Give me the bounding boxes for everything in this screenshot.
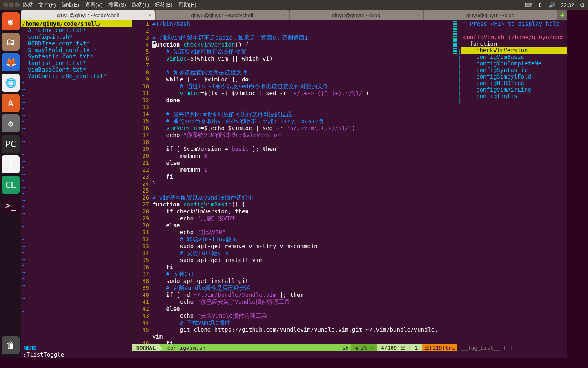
- code-line[interactable]: # 安装full版vim: [152, 250, 453, 257]
- launcher-app[interactable]: ◉: [2, 12, 20, 30]
- nerdtree-file[interactable]: YouCompleteMe_conf.txt*: [21, 73, 132, 79]
- taglist-tag[interactable]: configTaglist: [461, 93, 567, 99]
- taglist-section[interactable]: function: [461, 40, 567, 47]
- code-line[interactable]: echo "升级VIM": [152, 229, 453, 236]
- nerdtree-file[interactable]: NERDTree_conf.txt*: [21, 40, 132, 47]
- fold-mark[interactable]: |: [457, 69, 461, 76]
- nerdtree-path[interactable]: /home/qiuyu/code/shell/: [21, 20, 132, 27]
- close-icon[interactable]: ×: [282, 12, 285, 18]
- code-line[interactable]: if checkVimVersion; then: [152, 208, 453, 215]
- fold-mark[interactable]: |: [457, 55, 461, 62]
- fold-mark[interactable]: |: [457, 62, 461, 69]
- close-icon[interactable]: ×: [148, 12, 151, 18]
- code-line[interactable]: while [ -L $vimLoc ]; do: [152, 76, 453, 83]
- nerdtree-file[interactable]: SimpylFold_conf.txt*: [21, 47, 132, 53]
- code-line[interactable]: # 如果该位置的文件是链接文件: [152, 69, 453, 76]
- editor-pane[interactable]: 1234567891011121314151617181920212223242…: [132, 20, 457, 344]
- code-line[interactable]: done: [152, 97, 453, 104]
- max-icon[interactable]: [15, 2, 20, 7]
- code-line[interactable]: echo "安装Vundle插件管理工具": [152, 312, 453, 319]
- nerdtree-file[interactable]: vimBasicConf.txt*: [21, 66, 132, 73]
- nerdtree-file[interactable]: Taglist_conf.txt*: [21, 60, 132, 66]
- nerdtree-file[interactable]: Syntastic_conf.txt*: [21, 53, 132, 60]
- taglist-tag[interactable]: configYouCompleteMe: [461, 60, 567, 67]
- fold-mark[interactable]: |: [457, 83, 461, 90]
- code-line[interactable]: # 下载vundle插件: [152, 319, 453, 326]
- fold-mark[interactable]: -: [457, 41, 461, 48]
- code-line[interactable]: echo "你已经安装了Vundle插件管理工具": [152, 298, 453, 305]
- menu-item[interactable]: 标签(B): [155, 1, 172, 9]
- taglist-filehead[interactable]: configVim.sh (/home/qiuyu/cod: [461, 34, 567, 40]
- new-tab-button[interactable]: +: [558, 10, 567, 20]
- launcher-app[interactable]: ⚙: [2, 114, 20, 132]
- code-line[interactable]: # 最终得到vim命令对应的可执行文件对应的位置，: [152, 111, 453, 118]
- menu-item[interactable]: 搜索(S): [108, 1, 126, 9]
- nerdtree-file[interactable]: configVim.sh*: [21, 34, 132, 40]
- close-icon[interactable]: [3, 2, 8, 7]
- fold-mark[interactable]: |: [457, 90, 461, 97]
- code-line[interactable]: # 卸载vim-tiny版本: [152, 236, 453, 243]
- terminal-tab[interactable]: qiuyu@qiuyu: ~/code/shell×: [21, 10, 155, 20]
- gear-icon[interactable]: ⚙: [580, 2, 585, 8]
- code-body[interactable]: #!/bin/bash# 判断Vim的版本是不是basic，如果是，返回0；否则…: [152, 20, 453, 344]
- code-line[interactable]: else: [152, 222, 453, 229]
- code-line[interactable]: #!/bin/bash: [152, 20, 453, 27]
- code-line[interactable]: sudo apt-get install git: [152, 278, 453, 285]
- close-icon[interactable]: ×: [416, 12, 420, 18]
- close-icon[interactable]: ×: [550, 12, 554, 18]
- code-line[interactable]: if [ -d ~/.vim/bundle/Vundle.vim ]; then: [152, 292, 453, 298]
- fold-mark[interactable]: [457, 27, 461, 34]
- code-line[interactable]: vimLoc=$(which vim || which vi): [152, 55, 453, 62]
- code-line[interactable]: return 0: [152, 153, 453, 159]
- menu-item[interactable]: 编辑(E): [62, 1, 79, 9]
- code-line[interactable]: [152, 139, 453, 146]
- trash-icon[interactable]: 🗑: [2, 336, 20, 354]
- launcher-app[interactable]: T: [2, 155, 20, 173]
- taglist-tag[interactable]: configSyntastic: [461, 67, 567, 73]
- taglist-tag[interactable]: checkVimVersion: [461, 47, 567, 54]
- menu-items[interactable]: 文件(F)编辑(E)查看(V)搜索(S)终端(T)标签(B)帮助(H): [38, 1, 196, 9]
- terminal-tab[interactable]: qiuyu@qiuyu: ~/code/shell×: [156, 10, 289, 20]
- code-line[interactable]: vimLoc=$(ls -l $vimLoc | sed -r 's/.+-> …: [152, 90, 453, 97]
- fold-mark[interactable]: -: [457, 34, 461, 41]
- code-line[interactable]: [152, 62, 453, 69]
- fold-mark[interactable]: [457, 20, 461, 27]
- code-line[interactable]: function checkVimVersion() {: [152, 41, 453, 48]
- vim-commandline[interactable]: :TlistToggle: [21, 351, 567, 358]
- taglist-tag[interactable]: configNERDTree: [461, 80, 567, 86]
- code-line[interactable]: fi: [152, 264, 453, 271]
- window-controls[interactable]: [3, 2, 20, 7]
- taglist-tag[interactable]: configVimBasic: [461, 54, 567, 60]
- menu-item[interactable]: 帮助(H): [178, 1, 196, 9]
- nerdtree-pane[interactable]: /home/qiuyu/code/shell/ AirLine_conf.txt…: [21, 20, 132, 344]
- code-line[interactable]: git clone https://github.com/VundleVim/V…: [152, 326, 453, 333]
- keyboard-icon[interactable]: ⌨: [525, 2, 532, 8]
- sound-icon[interactable]: 🔊: [548, 2, 555, 8]
- code-line[interactable]: # 先获取vim可执行命令的位置: [152, 48, 453, 55]
- code-line[interactable]: fi: [152, 173, 453, 180]
- launcher-app[interactable]: 🗂: [2, 33, 20, 51]
- code-line[interactable]: # 通过ls -l命令以及sed命令取出该链接文件对应的文件: [152, 83, 453, 90]
- menu-item[interactable]: 文件(F): [38, 1, 56, 9]
- code-line[interactable]: if [ $vimVersion = basic ]; then: [152, 146, 453, 153]
- code-line[interactable]: # 判断vundle插件是否已经安装: [152, 285, 453, 292]
- code-line[interactable]: # 安装Git: [152, 271, 453, 278]
- code-line[interactable]: function configVimBasic() {: [152, 201, 453, 208]
- code-line[interactable]: # 判断Vim的版本是不是basic，如果是，返回0；否则返回1: [152, 34, 453, 41]
- menu-item[interactable]: 查看(V): [85, 1, 102, 9]
- code-line[interactable]: [152, 104, 453, 111]
- terminal-tab[interactable]: qiuyu@qiuyu: ~/blog×: [290, 10, 423, 20]
- code-line[interactable]: # vim基本配置以及vundle插件初始化: [152, 194, 453, 201]
- taglist-pane[interactable]: --|||||||| " Press <F1> to display help …: [457, 20, 567, 344]
- nerdtree-file[interactable]: AirLine_conf.txt*: [21, 27, 132, 34]
- code-line[interactable]: sudo apt-get remove vim-tiny vim-commoin: [152, 243, 453, 250]
- code-line[interactable]: # 通过sed命令取出vim对应的版本，比如: tiny, basic等: [152, 118, 453, 125]
- launcher-app[interactable]: A: [2, 94, 20, 112]
- code-line[interactable]: else: [152, 305, 453, 312]
- launcher-app[interactable]: 🌐: [2, 74, 20, 92]
- fold-mark[interactable]: |: [457, 48, 461, 55]
- code-line[interactable]: fi: [152, 340, 453, 344]
- code-line[interactable]: [152, 27, 453, 34]
- taglist-tag[interactable]: configVimAirLine: [461, 86, 567, 93]
- code-line[interactable]: vim: [152, 333, 453, 340]
